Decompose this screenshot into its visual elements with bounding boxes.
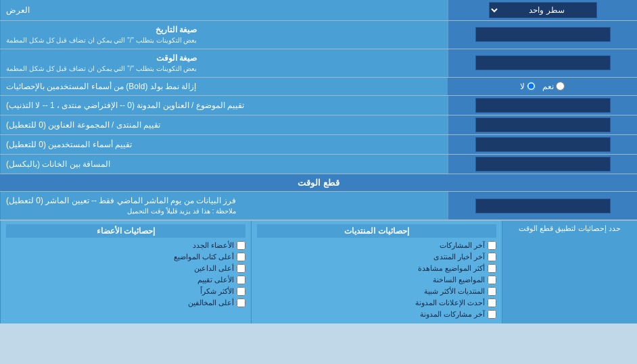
bold-no-radio[interactable] <box>527 82 536 90</box>
members-cb-2[interactable] <box>237 264 245 273</box>
forum-rating-input-cell[interactable]: 33 <box>448 115 637 134</box>
stats-posts-group: إحصائيات المنتديات آخر المشاركات آخر أخب… <box>251 221 502 323</box>
cutoff-label: فرز البيانات من يوم الماشر الماضي فقط --… <box>0 192 448 219</box>
checkbox-item[interactable]: المنتديات الأكثر شبية <box>257 286 496 297</box>
posts-cb-4[interactable] <box>488 287 496 296</box>
date-format-input[interactable]: d-m <box>475 27 611 42</box>
checkbox-item[interactable]: الأعضاء الجدد <box>6 240 245 251</box>
checkbox-item[interactable]: آخر أخبار المنتدى <box>257 251 496 263</box>
checkbox-item[interactable]: أعلى كتاب المواضيع <box>6 251 245 263</box>
checkbox-item[interactable]: أحدث الإعلانات المدونة <box>257 297 496 309</box>
topic-rating-input-cell[interactable]: 33 <box>448 96 637 115</box>
forum-rating-label: تقييم المنتدى / المجموعة العناوين (0 للت… <box>0 115 448 134</box>
spacing-label: المسافة بين الخانات (بالبكسل) <box>0 155 448 174</box>
user-rating-input-cell[interactable]: 0 <box>448 135 637 154</box>
time-format-input[interactable]: H:i <box>475 55 611 70</box>
posts-cb-5[interactable] <box>488 298 496 307</box>
stats-posts-title: إحصائيات المنتديات <box>257 224 496 238</box>
members-cb-4[interactable] <box>237 287 245 296</box>
posts-cb-3[interactable] <box>488 276 496 284</box>
time-format-label: صيغة الوقت بعض التكوينات يتطلب "/" التي … <box>0 49 448 77</box>
posts-cb-6[interactable] <box>488 310 496 319</box>
posts-cb-2[interactable] <box>488 264 496 273</box>
time-format-input-cell[interactable]: H:i <box>448 49 637 77</box>
cutoff-input-cell[interactable]: 0 <box>448 192 637 219</box>
posts-cb-1[interactable] <box>488 253 496 261</box>
checkbox-item[interactable]: آخر المشاركات <box>257 240 496 251</box>
display-label: العرض <box>0 0 448 20</box>
bold-label: إزالة نمط بولد (Bold) من أسماء المستخدمي… <box>0 78 448 96</box>
members-cb-3[interactable] <box>237 276 245 284</box>
checkbox-item[interactable]: المواضيع الساخنة <box>257 274 496 286</box>
date-format-label: صيغة التاريخ بعض التكوينات يتطلب "/" الت… <box>0 21 448 49</box>
checkbox-item[interactable]: الأعلى تقييم <box>6 274 245 286</box>
date-format-input-cell[interactable]: d-m <box>448 21 637 49</box>
posts-cb-0[interactable] <box>488 241 496 250</box>
cutoff-input[interactable]: 0 <box>475 199 611 213</box>
spacing-input-cell[interactable]: 2 <box>448 155 637 174</box>
bottom-label-section: حدد إحصائيات لتطبيق قطع الوقت <box>502 221 637 323</box>
checkbox-item[interactable]: أعلى الداعين <box>6 263 245 274</box>
section-header: قطع الوقت <box>0 174 637 192</box>
checkbox-item[interactable]: أكثر المواضيع مشاهدة <box>257 263 496 274</box>
bold-yes-radio[interactable] <box>556 82 565 90</box>
topic-rating-input[interactable]: 33 <box>475 98 611 113</box>
bold-radio-cell[interactable]: نعم لا <box>448 78 637 96</box>
stats-members-group: إحصائيات الأعضاء الأعضاء الجدد أعلى كتاب… <box>0 221 251 323</box>
members-cb-1[interactable] <box>237 253 245 261</box>
user-rating-label: تقييم أسماء المستخدمين (0 للتعطيل) <box>0 135 448 154</box>
user-rating-input[interactable]: 0 <box>475 137 611 152</box>
checkbox-item[interactable]: أعلى المخالفين <box>6 297 245 309</box>
checkbox-item[interactable]: الأكثر شكراً <box>6 286 245 297</box>
display-select[interactable]: سطر واحد <box>489 2 597 18</box>
topic-rating-label: تقييم الموضوع / العناوين المدونة (0 -- ا… <box>0 96 448 115</box>
spacing-input[interactable]: 2 <box>475 157 611 172</box>
members-cb-5[interactable] <box>237 298 245 307</box>
members-cb-0[interactable] <box>237 241 245 250</box>
stats-members-title: إحصائيات الأعضاء <box>6 224 245 238</box>
display-select-cell[interactable]: سطر واحد <box>448 0 637 20</box>
bold-no-label[interactable]: لا <box>520 82 536 91</box>
forum-rating-input[interactable]: 33 <box>475 118 611 132</box>
checkbox-item[interactable]: آخر مشاركات المدونة <box>257 309 496 320</box>
bold-yes-label[interactable]: نعم <box>542 82 565 91</box>
